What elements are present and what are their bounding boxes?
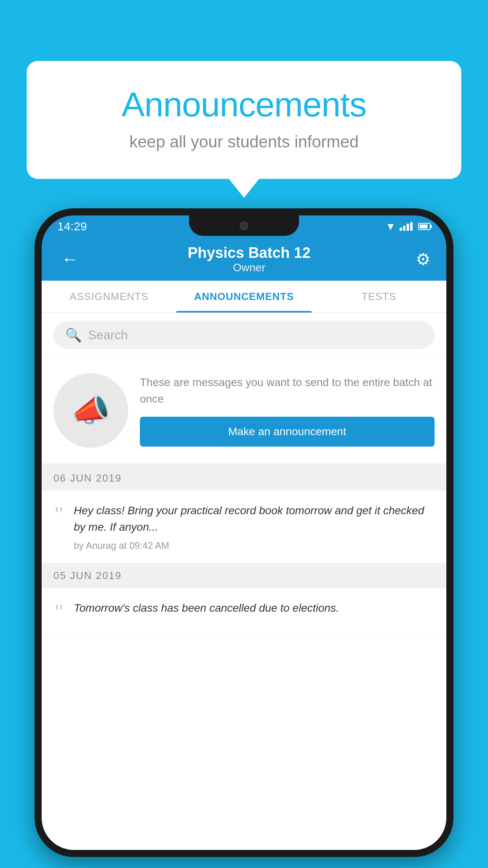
app-bar-title: Physics Batch 12 <box>188 245 311 261</box>
announcement-item-2[interactable]: " Tomorrow's class has been cancelled du… <box>42 588 446 633</box>
announcement-text-block-2: Tomorrow's class has been cancelled due … <box>74 600 435 621</box>
date-divider-1: 06 JUN 2019 <box>42 466 446 491</box>
bubble-title: Announcements <box>58 85 430 125</box>
app-bar: ← Physics Batch 12 Owner ⚙ <box>42 237 446 281</box>
gear-icon[interactable]: ⚙ <box>416 250 431 269</box>
announcement-item-1[interactable]: " Hey class! Bring your practical record… <box>42 491 446 563</box>
quote-icon-1: " <box>53 504 64 551</box>
megaphone-circle: 📣 <box>53 373 128 448</box>
app-bar-center: Physics Batch 12 Owner <box>188 245 311 274</box>
announcement-description: These are messages you want to send to t… <box>140 374 435 407</box>
screen-content: 🔍 Search 📣 These are messages you want t… <box>42 313 446 850</box>
megaphone-icon: 📣 <box>71 392 110 429</box>
speech-bubble-container: Announcements keep all your students inf… <box>27 61 461 179</box>
phone-container: 14:29 ▼ <box>35 208 453 857</box>
search-container: 🔍 Search <box>42 313 446 357</box>
quote-icon-2: " <box>53 601 64 621</box>
make-announcement-button[interactable]: Make an announcement <box>140 417 435 447</box>
announcement-text-1: Hey class! Bring your practical record b… <box>74 502 435 535</box>
tab-announcements[interactable]: ANNOUNCEMENTS <box>176 281 311 313</box>
phone-inner: 14:29 ▼ <box>42 215 446 850</box>
speech-bubble: Announcements keep all your students inf… <box>27 61 461 179</box>
tab-bar: ASSIGNMENTS ANNOUNCEMENTS TESTS <box>42 281 446 313</box>
back-button[interactable]: ← <box>57 245 83 273</box>
announcement-right: These are messages you want to send to t… <box>140 374 435 447</box>
signal-bars-icon <box>400 222 413 231</box>
search-icon: 🔍 <box>65 327 82 343</box>
status-icons: ▼ <box>385 221 431 233</box>
app-bar-subtitle: Owner <box>188 261 311 274</box>
tab-tests[interactable]: TESTS <box>312 281 446 313</box>
wifi-icon: ▼ <box>385 221 396 233</box>
announcement-meta-1: by Anurag at 09:42 AM <box>74 540 435 551</box>
phone-camera <box>240 221 248 230</box>
announcement-empty-section: 📣 These are messages you want to send to… <box>42 357 446 466</box>
status-time: 14:29 <box>57 220 87 233</box>
announcement-text-block-1: Hey class! Bring your practical record b… <box>74 502 435 551</box>
battery-icon <box>418 223 431 230</box>
phone-frame: 14:29 ▼ <box>35 208 453 857</box>
announcement-text-2: Tomorrow's class has been cancelled due … <box>74 600 435 616</box>
phone-notch <box>189 215 299 236</box>
tab-assignments[interactable]: ASSIGNMENTS <box>42 281 176 313</box>
bubble-subtitle: keep all your students informed <box>58 132 430 151</box>
date-divider-2: 05 JUN 2019 <box>42 563 446 588</box>
search-input[interactable]: Search <box>88 328 128 342</box>
search-bar[interactable]: 🔍 Search <box>53 321 435 349</box>
